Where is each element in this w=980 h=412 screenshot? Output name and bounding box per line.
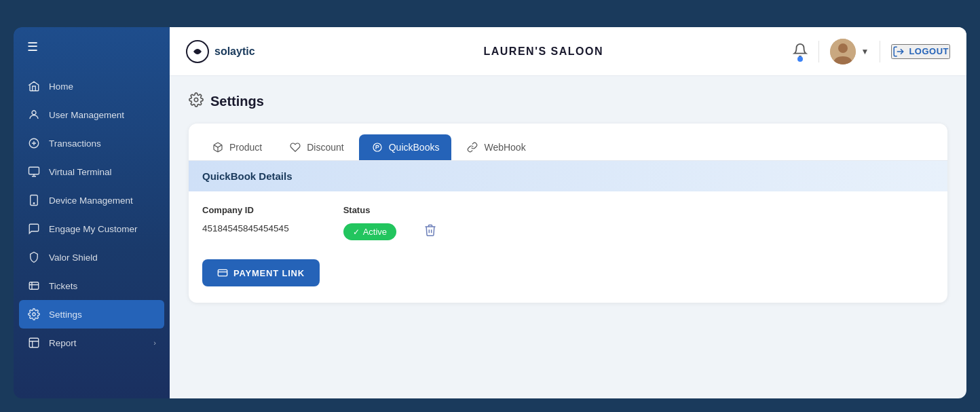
tickets-icon — [27, 279, 41, 293]
settings-icon — [27, 307, 41, 321]
quickbook-details-section: QuickBook Details Company ID 45184545845… — [189, 161, 947, 303]
header-divider — [818, 41, 819, 62]
logo-area: solaytic — [186, 40, 295, 63]
settings-page-icon — [189, 92, 204, 110]
avatar — [830, 39, 856, 64]
box-icon — [212, 141, 224, 153]
settings-card: Product Discount QuickBook — [189, 124, 947, 303]
details-columns: Company ID 45184545845454545 Status ✓ Ac… — [202, 205, 934, 240]
notification-dot — [797, 56, 803, 62]
status-row: ✓ Active — [343, 223, 437, 240]
tab-product[interactable]: Product — [200, 134, 274, 160]
sidebar-item-label-engage-my-customer: Engage My Customer — [49, 224, 138, 234]
logo-text: solaytic — [214, 45, 255, 58]
svg-point-6 — [33, 313, 36, 316]
tab-product-label: Product — [229, 142, 262, 153]
sidebar-item-label-valor-shield: Valor Shield — [49, 252, 98, 263]
sidebar-item-engage-my-customer[interactable]: Engage My Customer — [14, 214, 170, 243]
company-id-label: Company ID — [202, 205, 289, 215]
details-header: QuickBook Details — [189, 161, 947, 191]
sidebar-item-label-user-management: User Management — [49, 110, 124, 120]
payment-link-label: PAYMENT LINK — [233, 268, 305, 278]
status-col: Status ✓ Active — [343, 205, 437, 240]
sidebar-item-label-settings: Settings — [49, 310, 82, 320]
company-id-col: Company ID 45184545845454545 — [202, 205, 289, 240]
tab-webhook-label: WebHook — [484, 142, 525, 153]
tab-discount-label: Discount — [307, 142, 343, 153]
status-badge: ✓ Active — [343, 223, 396, 240]
engage-icon — [27, 222, 41, 236]
status-label: Status — [343, 205, 437, 215]
page-title: Settings — [210, 94, 264, 109]
webhook-icon — [466, 141, 478, 153]
header: solaytic LAUREN'S SALOON — [170, 27, 966, 76]
content-area: solaytic LAUREN'S SALOON — [170, 27, 966, 398]
sidebar-item-home[interactable]: Home — [14, 72, 170, 100]
logo-icon — [186, 40, 209, 63]
monitor-icon — [27, 165, 41, 179]
user-menu[interactable]: ▼ — [830, 39, 869, 64]
sidebar-item-tickets[interactable]: Tickets — [14, 271, 170, 300]
svg-rect-5 — [29, 282, 39, 290]
tab-webhook[interactable]: WebHook — [454, 134, 538, 160]
payment-link-button[interactable]: PAYMENT LINK — [202, 259, 320, 286]
page-content: Settings Product — [170, 76, 966, 398]
sidebar-header: ☰ — [14, 27, 170, 67]
chevron-down-icon: ▼ — [861, 47, 869, 56]
hamburger-icon[interactable]: ☰ — [27, 39, 38, 54]
tab-quickbooks-label: QuickBooks — [389, 142, 440, 153]
details-section-title: QuickBook Details — [202, 170, 293, 182]
sidebar-item-device-management[interactable]: Device Management — [14, 186, 170, 214]
shield-icon — [27, 250, 41, 264]
tabs-row: Product Discount QuickBook — [189, 124, 947, 161]
tab-quickbooks[interactable]: QuickBooks — [359, 134, 452, 160]
header-business-name: LAUREN'S SALOON — [295, 45, 793, 58]
sidebar-item-valor-shield[interactable]: Valor Shield — [14, 243, 170, 271]
delete-button[interactable] — [423, 223, 437, 240]
notification-button[interactable] — [793, 43, 808, 60]
discount-icon — [289, 141, 301, 153]
logout-label: LOGOUT — [909, 46, 949, 56]
details-body: Company ID 45184545845454545 Status ✓ Ac… — [189, 205, 947, 286]
sidebar-item-label-device-management: Device Management — [49, 195, 133, 206]
logout-button[interactable]: LOGOUT — [891, 44, 950, 59]
sidebar-item-settings[interactable]: Settings — [19, 300, 164, 329]
user-icon — [27, 108, 41, 121]
sidebar-item-user-management[interactable]: User Management — [14, 100, 170, 129]
sidebar-item-label-home: Home — [49, 81, 73, 92]
chevron-right-icon: › — [153, 339, 156, 347]
svg-rect-2 — [29, 167, 39, 174]
sidebar-item-virtual-terminal[interactable]: Virtual Terminal — [14, 157, 170, 186]
sidebar-item-label-tickets: Tickets — [49, 281, 77, 291]
sidebar-item-transactions[interactable]: Transactions — [14, 129, 170, 157]
page-title-row: Settings — [189, 92, 947, 110]
home-icon — [27, 79, 41, 93]
company-id-value: 45184545845454545 — [202, 223, 289, 233]
qb-icon — [371, 141, 383, 153]
sidebar-item-report[interactable]: Report › — [14, 329, 170, 357]
svg-rect-14 — [218, 269, 227, 276]
svg-point-4 — [33, 203, 35, 204]
sidebar: ☰ Home User Management — [14, 27, 170, 398]
check-icon: ✓ — [353, 227, 360, 237]
header-divider-2 — [880, 41, 880, 62]
device-icon — [27, 193, 41, 207]
sidebar-item-label-transactions: Transactions — [49, 138, 101, 149]
transactions-icon — [27, 136, 41, 150]
header-actions: ▼ LOGOUT — [793, 39, 951, 64]
tab-discount[interactable]: Discount — [277, 134, 356, 160]
sidebar-nav: Home User Management Transactions — [14, 67, 170, 398]
svg-point-0 — [32, 111, 36, 115]
status-value: Active — [363, 227, 387, 237]
sidebar-item-label-report: Report — [49, 338, 77, 348]
svg-point-11 — [194, 98, 198, 102]
report-icon — [27, 336, 41, 350]
svg-point-10 — [838, 43, 848, 53]
sidebar-item-label-virtual-terminal: Virtual Terminal — [49, 167, 112, 177]
svg-rect-7 — [29, 338, 39, 348]
